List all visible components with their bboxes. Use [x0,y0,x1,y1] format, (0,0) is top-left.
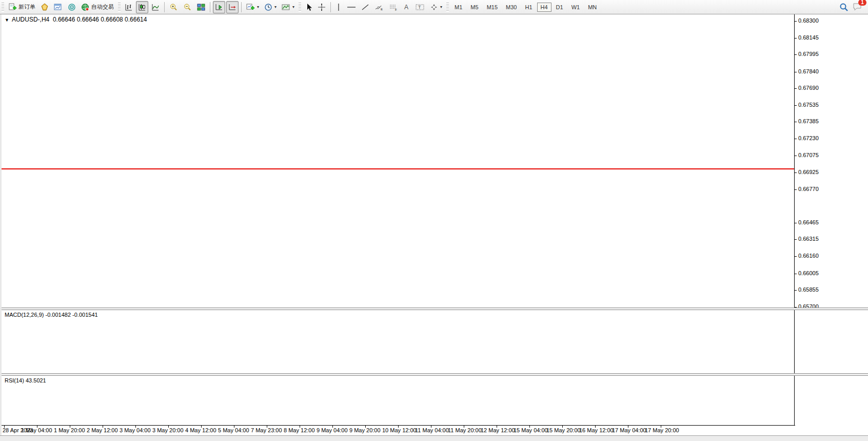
arrows-tool-button[interactable]: ▾ [428,1,444,13]
timeframe-button-w1[interactable]: W1 [568,3,584,12]
gold-seal-button[interactable] [38,1,51,13]
time-tick-label: 8 May 12:00 [284,427,315,433]
price-tick-label: 0.66465 [798,219,819,225]
cursor-button[interactable] [303,1,314,13]
new-order-label: 新订单 [18,3,35,11]
price-tick-mark [794,38,797,39]
time-tick-label: 17 May 20:00 [645,427,679,433]
timeframe-button-m15[interactable]: M15 [483,3,501,12]
time-tick-label: 5 May 04:00 [218,427,249,433]
price-tick-mark [794,290,797,291]
chart-window-button[interactable] [52,1,65,13]
chevron-down-icon: ▾ [257,5,259,9]
time-tick-label: 11 May 04:00 [415,427,449,433]
time-tick-label: 4 May 12:00 [185,427,216,433]
time-tick-label: 11 May 20:00 [448,427,482,433]
horizontal-line-button[interactable] [345,1,358,13]
sound-button[interactable] [66,1,78,13]
rsi-label: RSI(14) 43.5021 [5,377,46,384]
price-axis-line [794,14,795,425]
auto-trading-label: 自动交易 [91,3,114,11]
panel-separator[interactable] [2,373,868,376]
toolbar-grip[interactable] [299,3,301,12]
time-tick-label: 7 May 23:00 [251,427,282,433]
gold-seal-icon [41,3,49,11]
timeframe-button-m1[interactable]: M1 [451,3,466,12]
timeframe-button-m5[interactable]: M5 [467,3,482,12]
search-icon[interactable] [839,3,849,12]
text-label-button[interactable]: T [413,1,427,13]
price-tick-label: 0.66925 [798,169,819,175]
notifications-button[interactable]: 1 [853,2,863,12]
window-bottom-strip [0,435,868,441]
zoom-out-icon [183,3,192,11]
fibonacci-icon: F [389,3,398,11]
horizontal-level-line[interactable] [2,168,794,169]
equidistant-channel-button[interactable]: E [372,1,386,13]
horizontal-line-icon [347,3,356,11]
price-tick-mark [794,54,797,55]
price-tick-mark [794,274,797,274]
template-button[interactable]: ▾ [280,1,297,13]
price-tick-mark [794,139,797,139]
time-tick-label: 1 May 04:00 [21,427,52,433]
price-tick-mark [794,88,797,89]
price-tick-label: 0.67385 [798,118,819,124]
price-tick-label: 0.67690 [798,85,819,91]
price-tick-mark [794,156,797,156]
sound-icon [68,3,76,11]
timeframe-button-mn[interactable]: MN [584,3,600,12]
price-tick-mark [794,105,797,106]
text-button[interactable]: A [401,1,412,13]
timeframe-button-m30[interactable]: M30 [502,3,520,12]
add-indicator-icon [246,3,255,11]
toolbar-grip[interactable] [2,3,4,12]
time-tick-label: 17 May 04:00 [612,427,646,433]
crosshair-button[interactable] [315,1,328,13]
text-label-icon: T [416,3,425,11]
time-tick-label: 10 May 12:00 [382,427,417,433]
timeframe-button-h4[interactable]: H4 [537,3,551,12]
price-tick-label: 0.66770 [798,186,819,192]
chart-dropdown-caret[interactable]: ▼ [5,17,9,23]
candlestick-chart-button[interactable] [136,1,148,13]
svg-text:A: A [404,4,408,11]
trendline-icon [361,3,369,11]
notification-badge: 1 [858,0,866,6]
new-order-icon [8,3,17,11]
auto-scroll-button[interactable] [213,1,225,13]
trendline-button[interactable] [359,1,371,13]
chevron-down-icon: ▾ [440,5,442,9]
equidistant-channel-icon: E [374,3,384,11]
chart-shift-button[interactable] [226,1,239,13]
toolbar-grip[interactable] [118,3,121,12]
chart-title: ▼AUDUSD-,H4 0.66646 0.66646 0.66608 0.66… [5,16,147,23]
vertical-line-button[interactable] [333,1,344,13]
price-tick-label: 0.67995 [798,51,819,57]
auto-trading-button[interactable]: 自动交易 [79,1,116,13]
price-tick-label: 0.66315 [798,236,819,242]
bar-chart-button[interactable] [123,1,135,13]
zoom-out-button[interactable] [181,1,194,13]
price-tick-label: 0.67230 [798,135,819,141]
zoom-in-icon [169,3,178,11]
toolbar-grip[interactable] [446,3,449,12]
price-tick-mark [794,72,797,72]
arrows-tool-icon [430,3,438,11]
price-tick-mark [794,172,797,173]
new-order-button[interactable]: 新订单 [6,1,37,13]
toolbar: 新订单 自动交易 [0,0,868,14]
timeframe-button-d1[interactable]: D1 [553,3,567,12]
period-clock-button[interactable]: ▾ [262,1,279,13]
line-chart-button[interactable] [149,1,162,13]
fibonacci-button[interactable]: F [387,1,400,13]
bar-chart-icon [125,3,133,11]
crosshair-icon [318,3,326,11]
tile-windows-button[interactable] [195,1,207,13]
chart-area[interactable]: ▼AUDUSD-,H4 0.66646 0.66646 0.66608 0.66… [0,14,868,435]
zoom-in-button[interactable] [167,1,180,13]
template-icon [282,3,290,11]
add-indicator-button[interactable]: ▾ [244,1,261,13]
timeframe-button-h1[interactable]: H1 [521,3,536,12]
panel-separator[interactable] [2,308,868,310]
